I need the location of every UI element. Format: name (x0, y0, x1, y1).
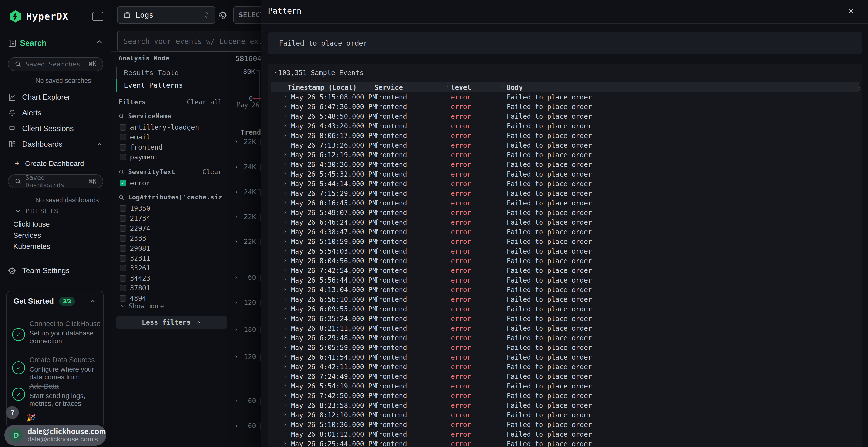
row-expand-chevron-icon[interactable]: › (283, 315, 287, 321)
table-row[interactable]: ›May 26 5:54:03.000 PMfrontenderrorFaile… (271, 247, 859, 256)
table-row[interactable]: ›May 26 8:16:45.000 PMfrontenderrorFaile… (271, 199, 859, 208)
row-expand-chevron-icon[interactable]: › (283, 190, 287, 196)
source-settings-gear-icon[interactable] (218, 10, 227, 20)
row-expand-chevron-icon[interactable]: › (283, 257, 287, 264)
table-row[interactable]: ›May 26 7:13:26.000 PMfrontenderrorFaile… (271, 141, 859, 150)
preset-kubernetes[interactable]: Kubernetes (13, 242, 50, 250)
table-row[interactable]: ›May 26 8:12:10.000 PMfrontenderrorFaile… (271, 410, 859, 420)
table-row[interactable]: ›May 26 6:09:55.000 PMfrontenderrorFaile… (271, 304, 859, 314)
checkbox-icon[interactable] (120, 124, 126, 131)
expand-chevron-icon[interactable]: › (235, 188, 238, 195)
row-expand-chevron-icon[interactable]: › (283, 170, 287, 177)
checkbox-icon[interactable] (120, 245, 126, 252)
trend-row[interactable]: ›180 (233, 325, 261, 335)
expand-chevron-icon[interactable]: › (235, 398, 238, 404)
checkbox-icon[interactable] (120, 154, 126, 161)
trend-row[interactable]: ›60 (233, 397, 261, 406)
filter-option-34423[interactable]: 34423 (120, 273, 223, 283)
col-body[interactable]: Body (506, 83, 523, 92)
table-row[interactable]: ›May 26 4:42:11.000 PMfrontenderrorFaile… (271, 362, 859, 372)
filter-option-email[interactable]: email (120, 132, 223, 142)
expand-chevron-icon[interactable]: › (235, 422, 238, 429)
checkbox-icon[interactable] (120, 285, 126, 291)
expand-chevron-icon[interactable]: › (235, 326, 238, 333)
table-row[interactable]: ›May 26 8:01:12.000 PMfrontenderrorFaile… (271, 429, 859, 439)
row-expand-chevron-icon[interactable]: › (283, 151, 287, 158)
row-expand-chevron-icon[interactable]: › (283, 112, 287, 119)
table-row[interactable]: ›May 26 5:48:50.000 PMfrontenderrorFaile… (271, 112, 859, 122)
table-menu-icon[interactable]: ⋮ (856, 83, 863, 91)
row-expand-chevron-icon[interactable]: › (283, 344, 287, 350)
filter-group-clear-button[interactable]: Clear (203, 168, 222, 176)
row-expand-chevron-icon[interactable]: › (283, 228, 287, 235)
user-menu[interactable]: D dale@clickhouse.com dale@clickhouse.co… (4, 425, 106, 446)
row-expand-chevron-icon[interactable]: › (283, 93, 287, 100)
filter-option-4894[interactable]: 4894 (120, 294, 223, 303)
checkbox-icon[interactable] (120, 235, 126, 242)
table-row[interactable]: ›May 26 5:10:36.000 PMfrontenderrorFaile… (271, 420, 859, 429)
filter-option-artillery-loadgen[interactable]: artillery-loadgen (120, 122, 223, 132)
checkbox-icon[interactable] (120, 295, 126, 302)
checkbox-icon[interactable] (120, 265, 126, 271)
expand-chevron-icon[interactable]: › (235, 353, 238, 360)
row-expand-chevron-icon[interactable]: › (283, 431, 287, 437)
checkbox-checked-icon[interactable] (120, 180, 126, 186)
table-row[interactable]: ›May 26 5:56:44.000 PMfrontenderrorFaile… (271, 276, 859, 285)
row-expand-chevron-icon[interactable]: › (283, 122, 287, 129)
source-select[interactable]: Logs (117, 6, 215, 24)
table-row[interactable]: ›May 26 5:10:59.000 PMfrontenderrorFaile… (271, 237, 859, 247)
column-drag-handle-icon[interactable]: ⋮ (444, 83, 451, 90)
table-row[interactable]: ›May 26 6:29:48.000 PMfrontenderrorFaile… (271, 333, 859, 343)
row-expand-chevron-icon[interactable]: › (283, 141, 287, 148)
table-row[interactable]: ›May 26 8:23:58.000 PMfrontenderrorFaile… (271, 401, 859, 410)
row-expand-chevron-icon[interactable]: › (283, 324, 287, 331)
table-row[interactable]: ›May 26 5:44:14.000 PMfrontenderrorFaile… (271, 179, 859, 189)
col-service[interactable]: Service (374, 83, 403, 92)
preset-clickhouse[interactable]: ClickHouse (13, 220, 50, 228)
table-row[interactable]: ›May 26 8:21:11.000 PMfrontenderrorFaile… (271, 324, 859, 333)
create-dashboard-button[interactable]: + Create Dashboard (15, 159, 84, 168)
table-row[interactable]: ›May 26 7:42:54.000 PMfrontenderrorFaile… (271, 266, 859, 276)
filter-option-error[interactable]: error (120, 178, 223, 188)
filter-option-32311[interactable]: 32311 (120, 253, 223, 263)
trend-row[interactable]: ›22K (233, 137, 261, 147)
checkbox-icon[interactable] (120, 255, 126, 262)
filter-option-payment[interactable]: payment (120, 152, 223, 162)
checkbox-icon[interactable] (120, 144, 126, 150)
row-expand-chevron-icon[interactable]: › (283, 199, 287, 206)
table-row[interactable]: ›May 26 5:54:19.000 PMfrontenderrorFaile… (271, 381, 859, 391)
trend-row[interactable]: ›60 (233, 421, 261, 431)
row-expand-chevron-icon[interactable]: › (283, 161, 287, 167)
filter-option-frontend[interactable]: frontend (120, 142, 223, 152)
get-started-item-connect[interactable]: ✓ Connect to ClickHouse Set up your data… (12, 320, 104, 345)
checkbox-icon[interactable] (120, 205, 126, 212)
table-row[interactable]: ›May 26 4:38:47.000 PMfrontenderrorFaile… (271, 227, 859, 237)
row-expand-chevron-icon[interactable]: › (283, 421, 287, 427)
row-expand-chevron-icon[interactable]: › (283, 373, 287, 379)
row-expand-chevron-icon[interactable]: › (283, 267, 287, 273)
row-expand-chevron-icon[interactable]: › (283, 411, 287, 418)
sidebar-item-team-settings[interactable]: Team Settings (0, 264, 111, 277)
col-level[interactable]: level (451, 83, 471, 92)
table-row[interactable]: ›May 26 5:45:32.000 PMfrontenderrorFaile… (271, 170, 859, 179)
row-expand-chevron-icon[interactable]: › (283, 103, 287, 110)
filter-option-29081[interactable]: 29081 (120, 243, 223, 253)
get-started-item-add-data[interactable]: ✓ Add Data Start sending logs, metrics, … (12, 382, 104, 407)
table-row[interactable]: ›May 26 5:05:59.000 PMfrontenderrorFaile… (271, 343, 859, 353)
saved-dashboards-input[interactable]: Saved Dashboards ⌘K (8, 174, 103, 188)
dashboards-collapse-chevron-icon[interactable] (96, 141, 103, 148)
table-row[interactable]: ›May 26 5:49:07.000 PMfrontenderrorFaile… (271, 208, 859, 218)
table-row[interactable]: ›May 26 6:35:24.000 PMfrontenderrorFaile… (271, 314, 859, 324)
expand-chevron-icon[interactable]: › (235, 164, 238, 170)
row-expand-chevron-icon[interactable]: › (283, 296, 287, 302)
table-row[interactable]: ›May 26 4:30:36.000 PMfrontenderrorFaile… (271, 160, 859, 170)
row-expand-chevron-icon[interactable]: › (283, 209, 287, 215)
filter-option-37801[interactable]: 37801 (120, 283, 223, 293)
sidebar-item-dashboards[interactable]: Dashboards (0, 138, 111, 151)
trend-row[interactable]: ›60 (233, 273, 261, 283)
table-row[interactable]: ›May 26 7:15:29.000 PMfrontenderrorFaile… (271, 189, 859, 199)
table-row[interactable]: ›May 26 7:24:49.000 PMfrontenderrorFaile… (271, 372, 859, 381)
filter-option-21734[interactable]: 21734 (120, 213, 223, 223)
table-row[interactable]: ›May 26 6:25:44.000 PMfrontenderrorFaile… (271, 439, 859, 447)
table-row[interactable]: ›May 26 8:06:17.000 PMfrontenderrorFaile… (271, 131, 859, 141)
